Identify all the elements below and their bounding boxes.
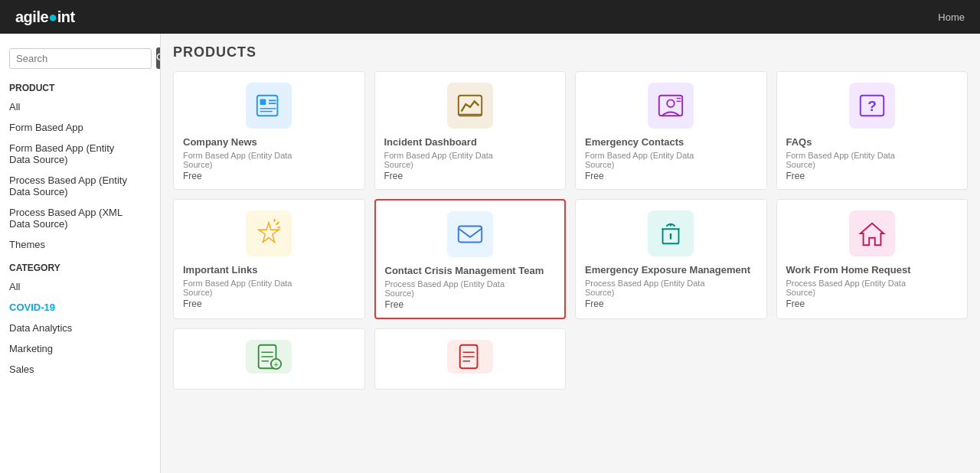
main-content: PRODUCTS Company News Form Based App (En… <box>161 34 980 473</box>
product-card-faqs[interactable]: ? FAQs Form Based App (Entity DataSource… <box>776 71 969 190</box>
sidebar: PRODUCT All Form Based App Form Based Ap… <box>0 34 161 473</box>
svg-rect-17 <box>459 227 482 243</box>
product-type: Process Based App (Entity DataSource) <box>585 279 705 297</box>
sidebar-item-themes[interactable]: Themes <box>0 234 160 255</box>
sidebar-item-all-product[interactable]: All <box>0 96 160 117</box>
product-card-incident-dashboard[interactable]: Incident Dashboard Form Based App (Entit… <box>374 71 567 190</box>
product-price: Free <box>384 171 403 181</box>
svg-text:+: + <box>273 360 279 369</box>
product-card-emergency-contacts[interactable]: Emergency Contacts Form Based App (Entit… <box>575 71 767 190</box>
logo: agile●int <box>15 8 75 26</box>
emergency-contacts-icon <box>648 83 694 129</box>
work-from-home-icon <box>849 210 895 256</box>
product-price: Free <box>585 298 604 309</box>
product-name: Emergency Exposure Management <box>585 264 750 276</box>
svg-rect-3 <box>260 99 266 105</box>
product-card-partial-2[interactable] <box>374 328 567 390</box>
contact-crisis-icon <box>447 211 493 257</box>
svg-text:?: ? <box>867 98 877 114</box>
product-card-partial-1[interactable]: + <box>173 328 365 390</box>
product-name: Company News <box>183 136 257 148</box>
page-title: PRODUCTS <box>173 44 968 60</box>
category-section-title: CATEGORY <box>0 255 160 276</box>
product-price: Free <box>183 171 202 181</box>
sidebar-item-all-category[interactable]: All <box>0 276 160 297</box>
important-links-icon <box>246 210 292 256</box>
product-card-work-from-home[interactable]: Work From Home Request Process Based App… <box>776 199 969 319</box>
company-news-icon <box>246 83 292 129</box>
home-link[interactable]: Home <box>938 11 965 23</box>
product-name: Work From Home Request <box>786 264 911 276</box>
svg-marker-16 <box>259 223 279 243</box>
product-type: Form Based App (Entity DataSource) <box>183 279 292 297</box>
partial-card-1-icon: + <box>246 340 292 374</box>
product-card-important-links[interactable]: Important Links Form Based App (Entity D… <box>173 199 365 319</box>
sidebar-item-analytics[interactable]: Data Analytics <box>0 318 160 338</box>
sidebar-item-form-entity[interactable]: Form Based App (EntityData Source) <box>0 138 160 170</box>
svg-line-21 <box>678 228 680 230</box>
sidebar-item-covid[interactable]: COVID-19 <box>0 297 160 318</box>
header: agile●int Home <box>0 0 980 34</box>
product-price: Free <box>183 298 202 309</box>
sidebar-item-form-based[interactable]: Form Based App <box>0 117 160 138</box>
product-name: FAQs <box>786 136 812 148</box>
product-card-emergency-exposure[interactable]: Emergency Exposure Management Process Ba… <box>575 199 767 319</box>
product-card-company-news[interactable]: Company News Form Based App (Entity Data… <box>173 71 365 190</box>
product-price: Free <box>786 298 805 309</box>
sidebar-item-marketing[interactable]: Marketing <box>0 338 160 359</box>
product-type: Form Based App (Entity DataSource) <box>183 151 292 169</box>
svg-line-20 <box>662 228 664 230</box>
product-type: Process Based App (Entity DataSource) <box>385 279 505 298</box>
search-input[interactable] <box>9 48 152 69</box>
product-price: Free <box>585 171 604 181</box>
product-type: Form Based App (Entity DataSource) <box>786 151 895 169</box>
svg-marker-23 <box>861 223 884 246</box>
app-layout: PRODUCT All Form Based App Form Based Ap… <box>0 34 980 473</box>
sidebar-item-sales[interactable]: Sales <box>0 359 160 380</box>
product-name: Emergency Contacts <box>585 136 684 148</box>
product-section-title: PRODUCT <box>0 75 160 96</box>
svg-rect-2 <box>257 96 278 116</box>
product-name: Important Links <box>183 264 258 276</box>
product-price: Free <box>786 171 805 181</box>
product-grid: Company News Form Based App (Entity Data… <box>173 71 968 390</box>
product-name: Contact Crisis Management Team <box>385 265 544 276</box>
product-price: Free <box>385 299 404 310</box>
product-type: Form Based App (Entity DataSource) <box>384 151 493 169</box>
product-card-contact-crisis[interactable]: Contact Crisis Management Team Process B… <box>374 199 567 319</box>
partial-card-2-icon <box>447 340 493 374</box>
faqs-icon: ? <box>849 83 895 129</box>
product-type: Form Based App (Entity DataSource) <box>585 151 694 169</box>
sidebar-item-process-entity[interactable]: Process Based App (EntityData Source) <box>0 170 160 202</box>
incident-dashboard-icon <box>447 83 493 129</box>
product-type: Process Based App (Entity DataSource) <box>786 279 906 297</box>
emergency-exposure-icon <box>648 210 694 256</box>
sidebar-item-process-xml[interactable]: Process Based App (XMLData Source) <box>0 202 160 234</box>
search-area <box>0 41 160 75</box>
product-name: Incident Dashboard <box>384 136 477 148</box>
